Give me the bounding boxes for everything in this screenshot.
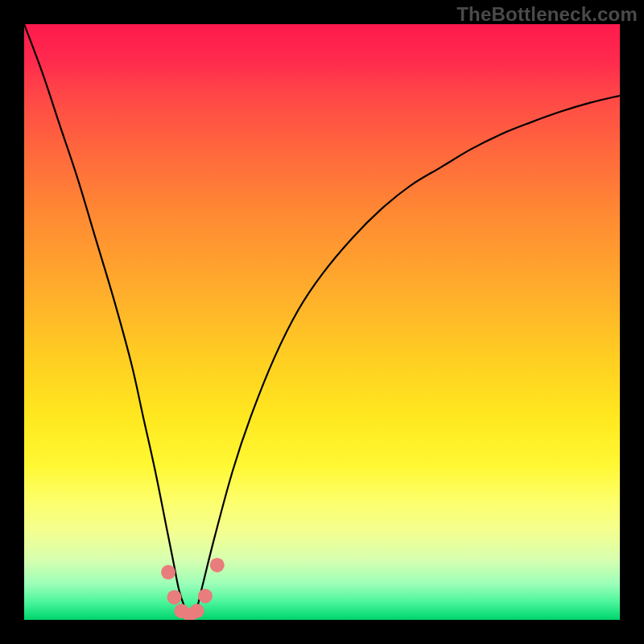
curve-layer	[24, 24, 620, 620]
bottleneck-curve	[24, 24, 620, 620]
plot-area	[24, 24, 620, 620]
curve-markers	[161, 558, 225, 620]
watermark-text: TheBottleneck.com	[456, 3, 638, 26]
curve-marker	[190, 604, 204, 618]
chart-frame: TheBottleneck.com	[0, 0, 644, 644]
curve-marker	[167, 590, 181, 605]
curve-marker	[161, 565, 175, 580]
curve-marker	[198, 588, 213, 603]
curve-marker	[210, 558, 225, 572]
